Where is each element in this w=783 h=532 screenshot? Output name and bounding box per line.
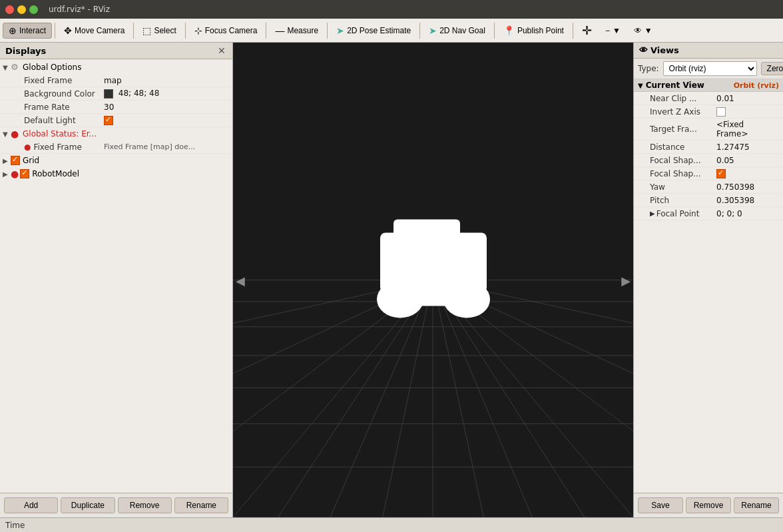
toolbar-separator-7 — [494, 23, 495, 39]
add-icon: ✛ — [582, 23, 592, 38]
pose-estimate-label: 2D Pose Estimate — [347, 26, 411, 35]
displays-buttons: Add Duplicate Remove Rename — [0, 493, 232, 517]
distance-label: Distance — [650, 142, 716, 152]
toolbar-separator-8 — [573, 23, 573, 39]
current-view-arrow: ▼ — [638, 82, 643, 89]
rename-view-button[interactable]: Rename — [734, 497, 779, 513]
current-view-header[interactable]: ▼ Current View Orbit (rviz) — [634, 79, 783, 92]
views-buttons: Save Remove Rename — [634, 493, 783, 517]
target-frame-row[interactable]: Target Fra... <Fixed Frame> — [634, 119, 783, 140]
displays-panel: Displays ✕ ▼ ⚙ Global Options Fixed Fram… — [0, 43, 233, 517]
remove-display-button[interactable]: Remove — [118, 497, 172, 513]
save-view-button[interactable]: Save — [638, 497, 683, 513]
frame-rate-prop-row[interactable]: Frame Rate 30 — [0, 101, 232, 114]
focal-point-value[interactable]: 0; 0; 0 — [716, 209, 778, 218]
maximize-button[interactable] — [29, 5, 38, 14]
yaw-row[interactable]: Yaw 0.750398 — [634, 180, 783, 194]
viewport-right-arrow[interactable]: ▶ — [621, 273, 631, 287]
fixed-frame-label: Fixed Frame — [24, 76, 104, 85]
fixed-frame-value[interactable]: map — [104, 76, 230, 85]
main-layout: Displays ✕ ▼ ⚙ Global Options Fixed Fram… — [0, 43, 783, 517]
fixed-frame-error-value: Fixed Frame [map] doe... — [104, 142, 230, 151]
focal-shape2-checkbox[interactable] — [716, 168, 778, 178]
frame-rate-value[interactable]: 30 — [104, 103, 230, 112]
select-icon: ⬚ — [142, 25, 151, 36]
eye-toolbar-button[interactable]: 👁 ▼ — [628, 23, 658, 38]
global-status-label: Global Status: Er... — [23, 129, 230, 138]
viewport-left-arrow[interactable]: ◀ — [236, 273, 245, 287]
pitch-row[interactable]: Pitch 0.305398 — [634, 194, 783, 207]
viewport[interactable]: ◀ ▶ — [233, 43, 633, 517]
toolbar-separator-2 — [133, 23, 134, 39]
bg-color-prop-row[interactable]: Background Color 48; 48; 48 — [0, 87, 232, 101]
red-circle-icon: ● — [11, 129, 21, 139]
views-type-select[interactable]: Orbit (rviz) FPS (rviz) TopDownOrtho (rv… — [663, 61, 757, 76]
views-type-label: Type: — [638, 64, 659, 73]
near-clip-row[interactable]: Near Clip ... 0.01 — [634, 92, 783, 105]
focal-shape1-label: Focal Shap... — [650, 156, 716, 165]
invert-z-value[interactable] — [716, 107, 778, 117]
current-view-label: Current View — [646, 81, 704, 90]
focus-camera-button[interactable]: ⊹ Focus Camera — [188, 23, 264, 39]
displays-close-button[interactable]: ✕ — [216, 45, 227, 56]
views-panel: 👁 Views Type: Orbit (rviz) FPS (rviz) To… — [633, 43, 783, 517]
global-status-arrow: ▼ — [3, 131, 11, 138]
interact-button[interactable]: ⊕ Interact — [3, 23, 52, 39]
pose-estimate-button[interactable]: ➤ 2D Pose Estimate — [330, 23, 417, 39]
focal-shape2-checkbox-icon[interactable] — [716, 169, 726, 178]
focal-shape1-row[interactable]: Focal Shap... 0.05 — [634, 154, 783, 167]
global-options-row[interactable]: ▼ ⚙ Global Options — [0, 61, 232, 74]
minimize-button[interactable] — [17, 5, 26, 14]
focal-shape1-value[interactable]: 0.05 — [716, 156, 778, 165]
views-tree: ▼ Current View Orbit (rviz) Near Clip ..… — [634, 79, 783, 493]
nav-goal-label: 2D Nav Goal — [439, 26, 485, 35]
frame-rate-label: Frame Rate — [24, 103, 104, 112]
color-swatch[interactable] — [104, 89, 113, 99]
focus-camera-label: Focus Camera — [205, 26, 258, 35]
focal-shape2-label: Focal Shap... — [650, 169, 716, 178]
target-frame-value[interactable]: <Fixed Frame> — [716, 120, 778, 138]
measure-button[interactable]: — Measure — [269, 23, 324, 39]
distance-row[interactable]: Distance 1.27475 — [634, 140, 783, 154]
invert-z-row[interactable]: Invert Z Axis — [634, 105, 783, 119]
invert-z-checkbox[interactable] — [716, 107, 726, 117]
robot-model-error-icon: ● — [11, 168, 19, 179]
cursor-icon: ⊕ — [9, 25, 17, 36]
displays-title: Displays — [5, 46, 46, 56]
global-status-row[interactable]: ▼ ● Global Status: Er... — [0, 127, 232, 140]
near-clip-value[interactable]: 0.01 — [716, 94, 778, 103]
focal-shape2-row[interactable]: Focal Shap... — [634, 167, 783, 180]
focal-point-row[interactable]: ▶ Focal Point 0; 0; 0 — [634, 207, 783, 220]
duplicate-display-button[interactable]: Duplicate — [61, 497, 115, 513]
global-options-arrow: ▼ — [3, 64, 11, 71]
default-light-checkbox[interactable] — [104, 115, 230, 125]
close-button[interactable] — [5, 5, 14, 14]
default-light-checkbox-icon[interactable] — [104, 116, 113, 125]
select-button[interactable]: ⬚ Select — [136, 23, 182, 39]
remove-view-button[interactable]: Remove — [686, 497, 731, 513]
yaw-value[interactable]: 0.750398 — [716, 182, 778, 192]
add-display-button[interactable]: Add — [4, 497, 58, 513]
views-zero-button[interactable]: Zero — [761, 62, 783, 75]
minus-toolbar-button[interactable]: − ▼ — [599, 23, 627, 38]
publish-point-button[interactable]: 📍 Publish Point — [497, 23, 570, 39]
grid-checkbox[interactable] — [11, 156, 20, 165]
rename-display-button[interactable]: Rename — [174, 497, 228, 513]
distance-value[interactable]: 1.27475 — [716, 142, 778, 152]
pitch-value[interactable]: 0.305398 — [716, 196, 778, 205]
move-camera-button[interactable]: ✥ Move Camera — [58, 23, 130, 39]
robot-model-row[interactable]: ▶ ● RobotModel — [0, 167, 232, 180]
window-controls — [5, 5, 38, 14]
add-toolbar-button[interactable]: ✛ — [576, 21, 598, 41]
fixed-frame-error-row[interactable]: ● Fixed Frame Fixed Frame [map] doe... — [0, 140, 232, 154]
views-type-row: Type: Orbit (rviz) FPS (rviz) TopDownOrt… — [634, 59, 783, 79]
robot-model-checkbox[interactable] — [20, 169, 29, 178]
grid-row[interactable]: ▶ Grid — [0, 154, 232, 167]
toolbar-separator-4 — [266, 23, 266, 39]
nav-goal-button[interactable]: ➤ 2D Nav Goal — [423, 23, 491, 39]
displays-tree: ▼ ⚙ Global Options Fixed Frame map Backg… — [0, 59, 232, 493]
default-light-prop-row[interactable]: Default Light — [0, 114, 232, 127]
dropdown-icon: ▼ — [613, 26, 621, 35]
fixed-frame-prop-row[interactable]: Fixed Frame map — [0, 74, 232, 87]
pose-estimate-icon: ➤ — [336, 25, 344, 36]
